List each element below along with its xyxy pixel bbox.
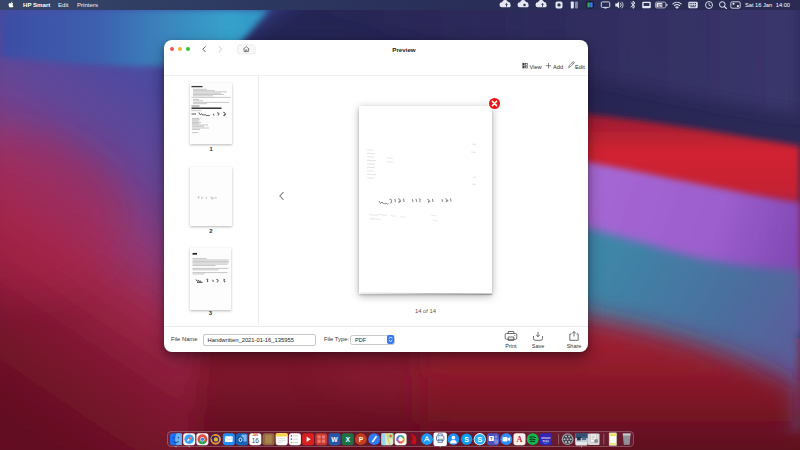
svg-text:57: 57 [658,4,662,8]
svg-text:14:00: 14:00 [776,2,790,8]
svg-text:JAN: JAN [252,433,258,437]
svg-text:S: S [477,434,482,443]
svg-text:Add: Add [553,63,563,69]
svg-text:Share: Share [567,342,582,348]
svg-text:P: P [359,435,364,442]
svg-text:T: T [490,436,493,441]
svg-text:HP Smart: HP Smart [23,1,50,8]
svg-text:View: View [530,63,543,69]
svg-text:Edit: Edit [575,63,585,69]
svg-text:music: music [543,438,550,442]
svg-text:W: W [331,435,338,442]
svg-text:Save: Save [532,342,545,348]
svg-text:Edit: Edit [58,1,69,8]
svg-text:S: S [464,435,469,442]
svg-text:Sat 16 Jan: Sat 16 Jan [745,2,772,8]
svg-text:A: A [517,435,523,444]
svg-text:Print: Print [505,342,517,348]
svg-text:Printers: Printers [77,1,98,8]
svg-text:X: X [345,435,350,442]
svg-text:16: 16 [252,437,260,444]
svg-text:Preview: Preview [392,46,416,53]
